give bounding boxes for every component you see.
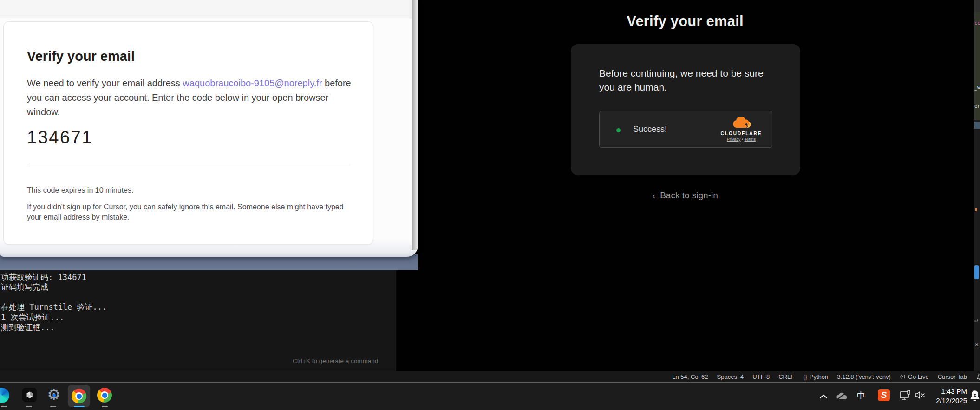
eol-indicator[interactable]: CRLF (778, 373, 794, 380)
terminal-hint: Ctrl+K to generate a command (293, 358, 378, 364)
notifications-bell-icon[interactable] (976, 373, 980, 381)
verification-code: 134671 (27, 128, 93, 148)
email-window-header (0, 0, 418, 18)
background-editor-sliver: cc _w er ↵ × (974, 0, 980, 371)
notification-bell-sleep-icon[interactable]: z (969, 390, 980, 404)
sogou-input-icon[interactable]: S (878, 389, 890, 401)
human-check-text: Before continuing, we need to be sure yo… (599, 66, 778, 94)
cube-glyph-icon (25, 390, 34, 400)
editor-selection-highlight (974, 122, 980, 129)
ime-language-indicator[interactable]: 中 (857, 390, 865, 402)
email-address-link[interactable]: waquobraucoibo-9105@noreply.fr (183, 78, 322, 88)
back-to-sign-in-link[interactable]: ‹Back to sign-in (396, 189, 974, 201)
ide-status-bar: Ln 54, Col 62 Spaces: 4 UTF-8 CRLF {} Py… (0, 371, 980, 382)
terminal-line: 1 次尝试验证... (1, 312, 64, 323)
windows-taskbar: ⚙ 中 S (0, 382, 980, 410)
display-cast-icon[interactable] (899, 390, 911, 403)
divider (27, 165, 351, 165)
return-key-icon: ↵ (974, 317, 978, 324)
editor-scrollbar-thumb[interactable] (974, 265, 979, 279)
chrome-active-highlight[interactable] (68, 385, 90, 407)
human-check-card: Before continuing, we need to be sure yo… (571, 44, 800, 175)
cloudflare-turnstile-widget[interactable]: Success! CLOUDFLARE Privacy • Terms (599, 111, 772, 148)
cursor-tab-indicator[interactable]: Cursor Tab (938, 373, 967, 380)
python-interpreter-indicator[interactable]: 3.12.8 ('venv': venv) (837, 373, 891, 380)
app-running-indicator (102, 406, 108, 407)
email-scrollbar[interactable] (412, 0, 418, 250)
turnstile-links: Privacy • Terms (718, 137, 764, 142)
encoding-indicator[interactable]: UTF-8 (752, 373, 770, 380)
code-fragment: _w (974, 85, 980, 90)
language-label: Python (810, 373, 828, 380)
braces-icon: {} (803, 373, 807, 380)
active-app-indicator (74, 406, 85, 407)
terminal-line: 功获取验证码: 134671 (1, 272, 86, 283)
desktop-screen: Verify your email Before continuing, we … (0, 0, 980, 410)
cloudflare-logo: CLOUDFLARE Privacy • Terms (718, 117, 764, 142)
clock-time: 1:43 PM (930, 387, 967, 396)
indentation-indicator[interactable]: Spaces: 4 (717, 373, 744, 380)
page-title: Verify your email (396, 13, 974, 30)
cube-app-icon[interactable] (22, 388, 37, 402)
cloudflare-cloud-icon (732, 117, 751, 129)
chrome-browser-icon-2[interactable] (97, 388, 112, 403)
language-indicator[interactable]: {} Python (803, 373, 828, 380)
success-dot-icon (616, 128, 621, 132)
email-content-card: Verify your email We need to verify your… (3, 21, 373, 245)
chrome-browser-icon[interactable] (72, 389, 86, 403)
terminal-panel[interactable]: 功获取验证码: 134671 证码填写完成 在处理 Turnstile 验证..… (0, 270, 396, 371)
volume-muted-icon[interactable] (915, 391, 926, 401)
editor-mark (975, 208, 977, 211)
app-running-indicator (26, 406, 32, 407)
terminal-line: 在处理 Turnstile 验证... (1, 302, 107, 312)
close-icon[interactable]: × (975, 341, 979, 348)
privacy-link[interactable]: Privacy (727, 137, 741, 142)
email-body: We need to verify your email address waq… (27, 76, 361, 119)
terms-link[interactable]: Terms (745, 137, 756, 142)
window-bottom-frame (0, 254, 418, 270)
turnstile-status: Success! (633, 124, 667, 134)
broadcast-icon (900, 374, 906, 380)
email-disclaimer: If you didn't sign up for Cursor, you ca… (27, 202, 352, 222)
email-body-before: We need to verify your email address (27, 78, 183, 88)
app-running-indicator (50, 406, 56, 407)
terminal-line: 测到验证框... (1, 322, 55, 333)
go-live-label: Go Live (908, 373, 929, 380)
svg-text:z: z (974, 393, 976, 397)
cursor-position-indicator[interactable]: Ln 54, Col 62 (672, 373, 708, 380)
email-surface: Verify your email We need to verify your… (0, 0, 418, 257)
code-expiry-note: This code expires in 10 minutes. (27, 185, 352, 195)
email-viewer-window: Verify your email We need to verify your… (0, 0, 418, 270)
editor-tab-edge (974, 0, 980, 12)
taskbar-clock[interactable]: 1:43 PM 2/12/2025 (930, 387, 967, 405)
go-live-button[interactable]: Go Live (900, 373, 929, 380)
tray-chevron-up-icon[interactable] (819, 393, 828, 401)
chevron-left-icon: ‹ (652, 190, 655, 201)
links-separator: • (742, 137, 743, 142)
settings-gear-center (52, 394, 56, 397)
terminal-line: 证码填写完成 (1, 282, 48, 293)
back-to-sign-in-label: Back to sign-in (660, 190, 718, 200)
email-heading: Verify your email (27, 49, 135, 64)
edge-browser-icon[interactable] (0, 388, 9, 403)
code-fragment: er (974, 104, 980, 109)
app-running-indicator (1, 406, 7, 407)
clock-date: 2/12/2025 (930, 396, 967, 405)
cloudflare-brand-text: CLOUDFLARE (718, 131, 764, 136)
code-fragment: cc (974, 20, 980, 26)
browser-verification-page: Verify your email Before continuing, we … (396, 0, 974, 371)
onedrive-cloud-offline-icon[interactable] (836, 391, 848, 403)
